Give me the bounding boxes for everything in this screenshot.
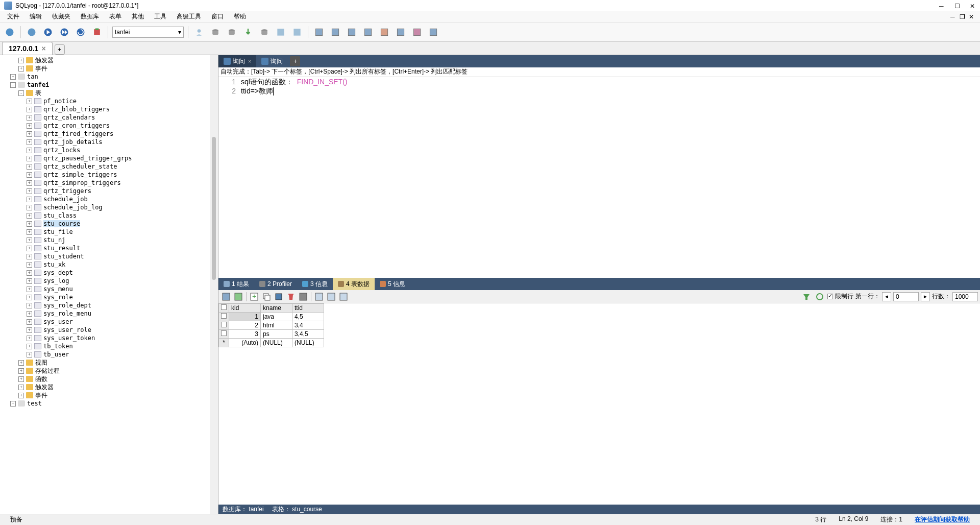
filter-button[interactable] (801, 291, 812, 302)
tree-table-item[interactable]: +pf_notice (0, 97, 218, 105)
menu-edit[interactable]: 编辑 (24, 11, 47, 22)
tree-item[interactable]: +test (0, 399, 218, 408)
layout2-button[interactable] (326, 291, 337, 302)
tree-table-item[interactable]: +stu_nj (0, 236, 218, 244)
menu-tools[interactable]: 工具 (149, 11, 172, 22)
tree-table-item[interactable]: +stu_result (0, 244, 218, 252)
new-row[interactable]: *(Auto)(NULL)(NULL) (219, 339, 324, 347)
stop-button[interactable] (90, 26, 104, 39)
code-area[interactable]: sql语句的函数： FIND_IN_SET() ttid=>教师 (239, 77, 980, 278)
tree-toggle[interactable]: + (27, 156, 32, 161)
cell-kname[interactable]: ps (261, 330, 292, 339)
column-header[interactable]: ttid (292, 304, 324, 313)
row-checkbox[interactable] (219, 330, 229, 339)
tree-toggle[interactable]: - (10, 82, 16, 88)
tree-table-item[interactable]: +sys_dept (0, 269, 218, 277)
new-query-button[interactable] (25, 26, 38, 39)
rowcount-input[interactable] (952, 292, 978, 301)
tree-table-item[interactable]: +stu_xk (0, 260, 218, 269)
tree-table-item[interactable]: +qrtz_locks (0, 146, 218, 154)
tree-toggle[interactable]: + (18, 385, 24, 390)
cell-kname[interactable]: java (261, 313, 292, 321)
row-checkbox[interactable] (219, 313, 229, 321)
cell-ttid[interactable]: 4,5 (292, 313, 324, 321)
cell-ttid[interactable]: 3,4,5 (292, 330, 324, 339)
tree-toggle[interactable]: + (27, 262, 32, 268)
table-row[interactable]: 2html3,4 (219, 321, 324, 330)
tree-toggle[interactable]: + (18, 66, 24, 71)
close-button[interactable]: ✕ (970, 3, 976, 9)
tree-toggle[interactable]: + (27, 164, 32, 170)
prev-page-button[interactable]: ◄ (882, 292, 891, 301)
tree-table-item[interactable]: +sys_menu (0, 285, 218, 293)
cell-null[interactable]: (NULL) (292, 339, 324, 347)
tree-toggle[interactable]: + (18, 376, 24, 382)
tree-table-item[interactable]: +stu_student (0, 252, 218, 260)
tree-toggle[interactable]: + (27, 303, 32, 308)
tool-grid5-button[interactable] (378, 26, 391, 39)
tree-item[interactable]: +存储过程 (0, 367, 218, 375)
tree-table-item[interactable]: +sys_user_role (0, 326, 218, 334)
cell-null[interactable]: (NULL) (261, 339, 292, 347)
column-header[interactable]: kname (261, 304, 292, 313)
tree-toggle[interactable]: + (27, 213, 32, 219)
copy-button[interactable] (261, 291, 272, 302)
tree-toggle[interactable]: + (18, 360, 24, 366)
tree-toggle[interactable]: + (27, 246, 32, 251)
tree-toggle[interactable]: + (27, 270, 32, 276)
tree-table-item[interactable]: +sys_user (0, 318, 218, 326)
tree-toggle[interactable]: + (27, 295, 32, 300)
tree-table-item[interactable]: +qrtz_cron_triggers (0, 122, 218, 130)
delete-button[interactable] (285, 291, 297, 302)
tree-toggle[interactable]: + (27, 319, 32, 325)
row-checkbox[interactable] (219, 321, 229, 330)
tree-toggle[interactable]: + (27, 327, 32, 333)
cell-auto[interactable]: (Auto) (229, 339, 261, 347)
tree-toggle[interactable]: + (27, 278, 32, 284)
tree-toggle[interactable]: + (27, 99, 32, 104)
tree-table-item[interactable]: +qrtz_job_details (0, 138, 218, 146)
refresh-button[interactable] (74, 26, 87, 39)
tree-table-item[interactable]: +qrtz_scheduler_state (0, 162, 218, 171)
result-tab-info[interactable]: 3 信息 (297, 278, 333, 290)
menu-other[interactable]: 其他 (127, 11, 149, 22)
object-browser[interactable]: +触发器+事件+tan-tanfei-表+pf_notice+qrtz_blob… (0, 55, 218, 514)
tree-table-item[interactable]: +qrtz_paused_trigger_grps (0, 154, 218, 162)
tree-table-item[interactable]: +schedule_job_log (0, 203, 218, 211)
close-icon[interactable]: × (248, 58, 251, 64)
help-link[interactable]: 在评估期间获取帮助 (909, 515, 976, 524)
tree-table-item[interactable]: +stu_course (0, 220, 218, 228)
tree-toggle[interactable]: + (18, 58, 24, 63)
menu-adv-tools[interactable]: 高级工具 (172, 11, 206, 22)
tree-table-item[interactable]: +qrtz_simple_triggers (0, 171, 218, 179)
tree-toggle[interactable]: + (27, 139, 32, 145)
table-row[interactable]: 3ps3,4,5 (219, 330, 324, 339)
menu-window[interactable]: 窗口 (206, 11, 229, 22)
tree-item[interactable]: +事件 (0, 64, 218, 73)
tree-toggle[interactable]: + (27, 107, 32, 112)
tree-toggle[interactable]: + (10, 401, 16, 407)
data-grid[interactable]: kidknamettid1java4,52html3,43ps3,4,5*(Au… (218, 303, 980, 505)
tree-table-item[interactable]: +schedule_job (0, 195, 218, 203)
view-form-button[interactable] (233, 291, 244, 302)
tree-table-item[interactable]: +qrtz_triggers (0, 187, 218, 195)
tree-table-item[interactable]: +sys_role_menu (0, 309, 218, 318)
limit-checkbox[interactable] (827, 294, 833, 299)
add-row-button[interactable]: + (249, 291, 260, 302)
tree-toggle[interactable]: + (27, 123, 32, 129)
result-tab-profiler[interactable]: 2 Profiler (254, 278, 297, 290)
tool-grid6-button[interactable] (394, 26, 407, 39)
tree-toggle[interactable]: + (27, 180, 32, 186)
tool-schema-button[interactable] (274, 26, 287, 39)
tree-item[interactable]: +触发器 (0, 56, 218, 64)
scrollbar[interactable] (210, 55, 218, 514)
cell-kname[interactable]: html (261, 321, 292, 330)
tree-toggle[interactable]: + (27, 197, 32, 202)
tree-toggle[interactable]: + (27, 131, 32, 137)
tool-grid2-button[interactable] (329, 26, 342, 39)
tree-toggle[interactable]: + (18, 368, 24, 374)
cell-ttid[interactable]: 3,4 (292, 321, 324, 330)
menu-database[interactable]: 数据库 (76, 11, 104, 22)
minimize-button[interactable]: ─ (939, 3, 945, 9)
tree-toggle[interactable]: + (27, 237, 32, 243)
